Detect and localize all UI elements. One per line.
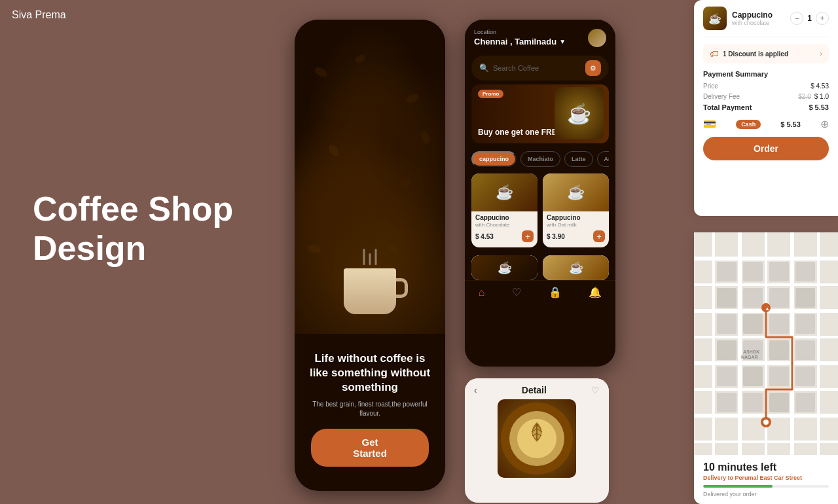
svg-point-3 [398, 176, 413, 190]
cash-badge: Cash [736, 120, 761, 129]
svg-text:▲: ▲ [765, 306, 770, 312]
nav-profile-icon[interactable]: 🔔 [589, 286, 602, 298]
svg-rect-53 [795, 393, 815, 412]
svg-rect-30 [717, 262, 737, 281]
wallet-icon: 💳 [703, 118, 716, 130]
discount-arrow-icon: › [820, 49, 822, 58]
coffee-card-1-image: ☕ [471, 173, 537, 211]
order-item-sub: with chocolate [732, 20, 785, 26]
svg-rect-33 [795, 262, 815, 281]
order-button[interactable]: Order [703, 137, 829, 160]
nav-home-icon[interactable]: ⌂ [479, 287, 485, 298]
svg-rect-45 [795, 340, 815, 360]
add-payment-button[interactable]: ⊕ [820, 118, 829, 130]
svg-rect-41 [795, 314, 815, 334]
category-machiato[interactable]: Machiato [520, 151, 560, 167]
phone3-detail: ‹ Detail ♡ [465, 378, 609, 503]
coffee-card-2-name: Cappucino [543, 211, 609, 222]
svg-rect-46 [717, 367, 737, 386]
svg-rect-39 [743, 314, 763, 334]
coffee-card-1: ☕ Cappucino with Chocolate $ 4.53 + [471, 173, 537, 247]
add-button-2[interactable]: + [593, 230, 605, 242]
svg-point-5 [420, 130, 431, 145]
svg-rect-48 [769, 367, 789, 386]
order-panel: ☕ Cappucino with chocolate − 1 + 🏷 1 Dis… [694, 0, 838, 216]
search-input[interactable]: Search Coffee [493, 64, 581, 72]
order-item-info: Cappucino with chocolate [732, 10, 785, 26]
promo-text: Buy one get one FREE [478, 128, 562, 137]
progress-fill [703, 485, 773, 488]
category-latte[interactable]: Latte [564, 151, 593, 167]
quantity-value: 1 [807, 14, 812, 23]
map-info: 10 minutes left Delivery to Perumal East… [694, 455, 838, 504]
quantity-control: − 1 + [790, 12, 829, 25]
nav-favorites-icon[interactable]: ♡ [512, 286, 521, 298]
nav-cart-icon[interactable]: 🔒 [549, 286, 562, 298]
detail-title: Detail [522, 385, 547, 395]
svg-rect-35 [743, 288, 763, 308]
phone1-subtitle: The best grain, finest roast,the powerfu… [308, 400, 432, 418]
coffee-card-1-price: $ 4.53 [475, 233, 494, 240]
back-button[interactable]: ‹ [474, 385, 477, 395]
location-value: Chennai , Tamilnadu ▼ [474, 37, 606, 46]
chevron-down-icon: ▼ [559, 38, 566, 45]
svg-rect-37 [795, 288, 815, 308]
svg-point-0 [313, 65, 328, 79]
category-ameri[interactable]: Ameri [597, 151, 609, 167]
partial-card-1: ☕ [471, 255, 537, 280]
filter-button[interactable]: ⚙ [585, 60, 601, 76]
svg-point-7 [386, 243, 400, 255]
category-cappucino[interactable]: cappucino [471, 151, 517, 167]
svg-rect-50 [717, 393, 737, 412]
qty-increase-button[interactable]: + [816, 12, 829, 25]
coffee-card-2: ☕ Cappucino with Oat milk $ 3.90 + [543, 173, 609, 247]
svg-text:NAGAR: NAGAR [741, 355, 758, 359]
detail-coffee-image [498, 399, 576, 478]
cash-row: 💳 Cash $ 5.53 ⊕ [703, 118, 829, 130]
total-value: $ 5.53 [809, 103, 829, 111]
map-panel: ▲ ASHOK NAGAR 10 minutes left Delivery t… [694, 232, 838, 504]
avatar [588, 29, 606, 47]
discount-text: 1 Discount is applied [723, 50, 788, 58]
search-bar[interactable]: 🔍 Search Coffee ⚙ [471, 56, 609, 81]
svg-rect-32 [769, 262, 789, 281]
phone1-tagline: Life without coffee is like something wi… [308, 351, 432, 395]
svg-point-4 [307, 243, 321, 255]
price-value: $ 4.53 [811, 82, 829, 90]
svg-rect-44 [769, 340, 789, 360]
order-item-image: ☕ [703, 7, 727, 30]
svg-point-1 [405, 92, 420, 104]
search-icon: 🔍 [479, 63, 489, 73]
svg-rect-31 [743, 262, 763, 281]
phone1-welcome: Life without coffee is like something wi… [295, 20, 445, 491]
heart-button[interactable]: ♡ [591, 385, 600, 395]
svg-rect-40 [769, 314, 789, 334]
get-started-button[interactable]: Get Started [311, 429, 429, 467]
total-label: Total Payment [703, 103, 752, 111]
svg-rect-38 [717, 314, 737, 334]
map-time: 10 minutes left [703, 461, 829, 473]
delivery-row: Delivery Fee $2.0 $ 1.0 [703, 93, 829, 100]
category-list: cappucino Machiato Latte Ameri [471, 147, 609, 171]
svg-point-6 [354, 54, 367, 65]
phone1-content: Life without coffee is like something wi… [295, 334, 445, 491]
svg-rect-36 [769, 288, 789, 308]
hero-text: Coffee Shop Design [33, 190, 233, 268]
svg-rect-34 [717, 288, 737, 308]
phone1-image [295, 20, 445, 334]
svg-text:ASHOK: ASHOK [743, 350, 759, 354]
qty-decrease-button[interactable]: − [790, 12, 803, 25]
phone3-header: ‹ Detail ♡ [465, 378, 609, 399]
phone2-header: Location Chennai , Tamilnadu ▼ [465, 20, 615, 52]
discount-icon: 🏷 [710, 48, 719, 59]
partial-card-row: ☕ ☕ [471, 255, 609, 280]
order-item-name: Cappucino [732, 10, 785, 20]
add-button-1[interactable]: + [522, 230, 534, 242]
coffee-card-1-name: Cappucino [471, 211, 537, 222]
delivery-label: Delivery Fee [703, 93, 740, 100]
discount-row[interactable]: 🏷 1 Discount is applied › [703, 44, 829, 63]
svg-rect-52 [769, 393, 789, 412]
coffee-card-2-sub: with Oat milk [543, 222, 609, 230]
delivery-location: Perumal East Car Street [735, 475, 803, 481]
location-label: Location [474, 29, 606, 35]
